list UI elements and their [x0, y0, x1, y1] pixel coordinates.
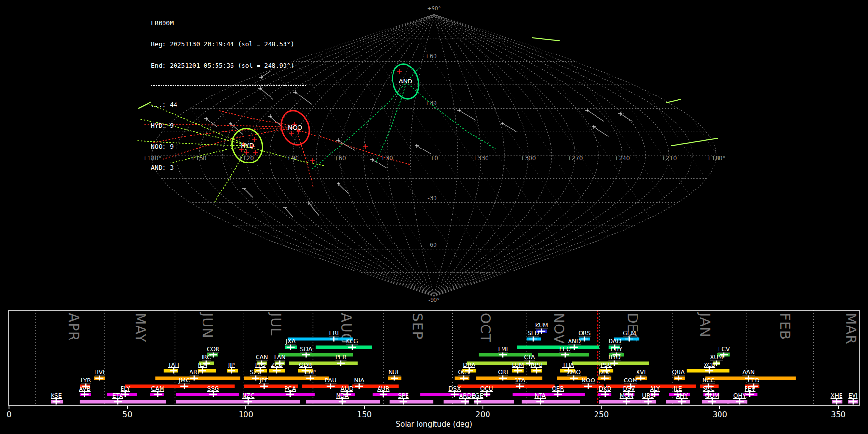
x-axis-title: Solar longitude (deg) [396, 420, 472, 429]
shower-peak-marker-URS [644, 399, 652, 405]
shower-peak-marker-LEO [561, 353, 569, 358]
shower-label-ZCS: ZCS [271, 362, 283, 368]
meteor-trail-sporadic [339, 184, 348, 193]
shower-bar-SPE [390, 400, 433, 404]
shower-label-DKD: DKD [599, 385, 611, 392]
shower-label-HVI: HVI [95, 369, 105, 376]
shower-peak-marker-SLD [529, 337, 537, 342]
shower-label-PSU: PSU [600, 362, 612, 368]
grid-diagonal [675, 13, 868, 296]
shower-peak-marker-KCG [348, 345, 356, 350]
grid-diagonal [455, 13, 648, 296]
sporadic-plus-marker [585, 108, 589, 112]
shower-label-KUM: KUM [535, 322, 548, 329]
shower-peak-marker-OCT [460, 376, 468, 381]
observation-begin: Beg: 20251130 20:19:44 (sol = 248.53°) [151, 41, 306, 48]
shower-label-RPU: RPU [531, 362, 542, 368]
shower-label-TAH: TAH [167, 362, 179, 368]
shower-label-HYD: HYD [608, 354, 621, 361]
shower-label-XCB: XCB [704, 362, 715, 368]
grid-diagonal [510, 13, 703, 296]
sporadic-plus-marker [501, 122, 504, 125]
shower-label-ORS: ORS [578, 330, 590, 337]
shower-label-CAM: CAM [151, 385, 164, 392]
grid-diagonal [428, 13, 621, 296]
shower-label-EHY: EHY [610, 346, 623, 353]
shower-label-SCC: SCC [703, 385, 714, 392]
shower-label-ELY: ELY [121, 385, 131, 392]
x-tick-label: 300 [712, 410, 727, 419]
x-tick-label: 200 [475, 410, 490, 419]
meteor-trail-NOO [296, 129, 411, 165]
shower-peak-marker-DSX [451, 392, 459, 397]
info-divider [151, 85, 306, 86]
shower-label-JEA: JEA [197, 362, 207, 368]
shower-label-OCU: OCU [480, 385, 493, 392]
x-tick-label: 0 [6, 410, 11, 419]
shower-activity-timeline: APRMAYJUNJULAUGSEPOCTNOVDECJANFEBMARKUME… [0, 309, 868, 434]
shower-peak-marker-PCA [286, 392, 294, 397]
shower-bar-PCA [244, 393, 315, 396]
shower-peak-marker-KSE [53, 399, 60, 405]
meteor-trail-sporadic [587, 110, 604, 121]
shower-peak-marker-MON [623, 399, 630, 405]
shower-peak-marker-EGE [474, 399, 481, 405]
meteor-trail-bright [671, 138, 718, 146]
grid-diagonal [703, 13, 868, 296]
shower-label-IRC: IRC [202, 354, 211, 361]
shower-peak-marker-OHY [736, 399, 744, 405]
shower-bar-STA [458, 385, 555, 388]
shower-peak-marker-ETA [114, 399, 122, 405]
pole-label: -90° [428, 297, 439, 303]
meteor-trail-sporadic [620, 114, 632, 121]
shower-label-DPC: DPC [598, 369, 610, 376]
month-label-SEP: SEP [409, 313, 425, 339]
grid-diagonal [483, 13, 676, 296]
shower-label-COM: COM [624, 377, 637, 384]
shower-label-AHY: AHY [676, 393, 688, 399]
shower-label-OER: OER [552, 385, 564, 392]
shower-label-AVB: AVB [79, 385, 91, 392]
lat-label: -60 [427, 242, 437, 248]
shower-label-JIP: JIP [228, 362, 235, 368]
shower-peak-marker-ORS [581, 337, 588, 342]
shower-peak-marker-AHY [678, 399, 686, 405]
month-label-MAY: MAY [132, 313, 148, 342]
shower-peak-marker-JXA [287, 345, 295, 350]
shower-label-XUM: XUM [710, 354, 723, 361]
shower-label-FED: FED [748, 377, 760, 384]
shower-bar-MON [599, 400, 641, 404]
shower-label-XHE: XHE [831, 393, 843, 399]
shower-label-LEO: LEO [559, 346, 571, 353]
shower-label-CAN: CAN [256, 354, 268, 361]
shower-bar-SSG [176, 393, 239, 396]
shower-peak-marker-NUE [391, 376, 398, 381]
shower-bar-CAP [268, 377, 329, 380]
shower-peak-marker-EVI [849, 399, 857, 405]
sporadic-plus-marker [370, 158, 374, 162]
meteor-trail-bright [666, 99, 681, 103]
meteor-trail-sporadic [309, 203, 319, 215]
shower-label-XVI: XVI [636, 369, 646, 376]
shower-peak-marker-NIA [355, 384, 363, 389]
shower-label-STA: STA [515, 377, 526, 384]
shower-label-AAN: AAN [742, 369, 755, 376]
shower-label-FAN: FAN [274, 354, 285, 361]
shower-peak-marker-SPE [400, 399, 407, 405]
shower-label-SZC: SZC [250, 369, 261, 376]
shower-label-KSE: KSE [51, 393, 62, 399]
meteor-trail-bright [532, 38, 559, 41]
shower-label-ERI: ERI [329, 330, 338, 337]
shower-label-PER: PER [335, 354, 346, 361]
meteor-trail-AND [376, 83, 406, 162]
meteor-plus-marker [397, 69, 402, 74]
pole-label: +90° [427, 5, 441, 12]
shower-label-ALY: ALY [650, 385, 660, 392]
grid-diagonal [730, 13, 868, 296]
shower-label-ARI: ARI [190, 369, 199, 376]
count-noo: NOO: 9 [151, 143, 306, 150]
shower-label-SPE: SPE [398, 393, 408, 399]
grid-diagonal [758, 13, 868, 296]
shower-label-OCT: OCT [458, 369, 470, 376]
shower-label-QUA: QUA [672, 369, 685, 376]
